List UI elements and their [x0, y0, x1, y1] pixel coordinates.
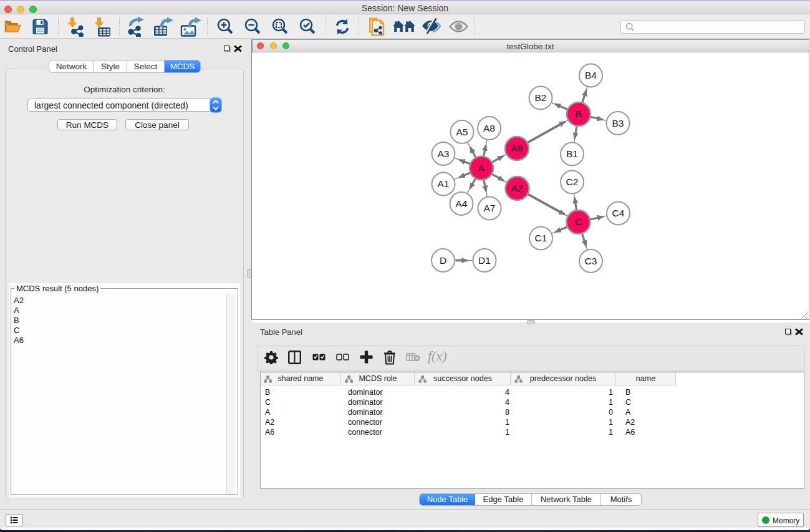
svg-text:B3: B3 — [612, 118, 624, 128]
svg-text:D1: D1 — [478, 255, 491, 266]
svg-text:C: C — [575, 216, 582, 227]
svg-text:A6: A6 — [511, 143, 523, 153]
svg-text:A2: A2 — [511, 183, 523, 193]
svg-text:A4: A4 — [456, 198, 468, 209]
svg-text:A3: A3 — [438, 148, 450, 159]
svg-text:A5: A5 — [456, 127, 468, 137]
svg-text:C3: C3 — [585, 256, 597, 266]
svg-text:A1: A1 — [438, 178, 450, 189]
svg-text:B: B — [576, 109, 582, 119]
svg-text:B2: B2 — [535, 92, 547, 103]
svg-text:B4: B4 — [585, 70, 597, 80]
svg-text:A8: A8 — [483, 123, 495, 133]
svg-text:C1: C1 — [535, 233, 547, 243]
svg-text:D: D — [440, 255, 446, 266]
svg-text:A: A — [478, 163, 485, 173]
svg-text:C2: C2 — [566, 177, 579, 187]
svg-text:B1: B1 — [566, 148, 578, 159]
svg-text:C4: C4 — [612, 208, 625, 218]
svg-text:A7: A7 — [484, 203, 496, 213]
